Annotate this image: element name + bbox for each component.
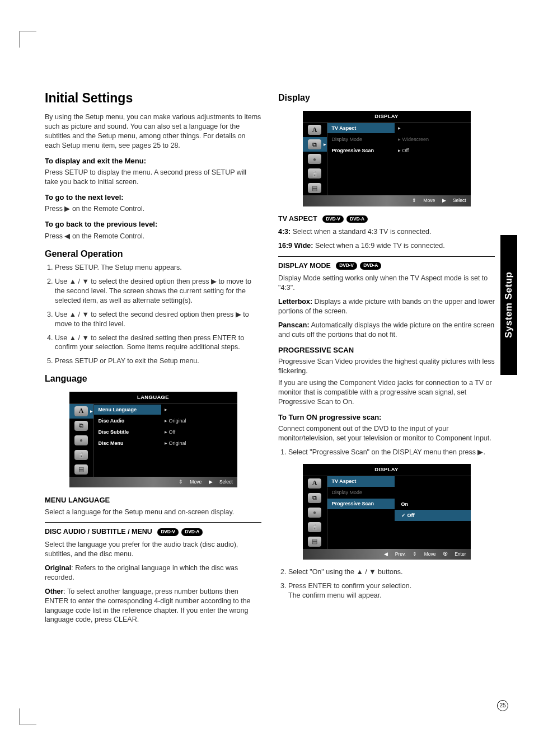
progressive-scan-menu-screenshot: DISPLAY TV Aspect Display Mode — [303, 464, 471, 560]
menu-sidebar-icons: ▶ — [303, 123, 327, 195]
menu-row-disc-audio: Disc Audio ▶Original — [94, 415, 237, 426]
value: ▶English — [161, 405, 191, 415]
disc-audio-subtitle-text: Select the language you prefer for the a… — [45, 540, 261, 559]
original-text: Original: Refers to the original languag… — [45, 564, 261, 583]
option-off: ✓Off — [395, 510, 471, 521]
page-number: 25 — [497, 700, 508, 711]
hint-select: ▶ Select — [209, 479, 233, 485]
display-heading: Display — [278, 92, 495, 104]
audio-tab-icon — [303, 152, 327, 166]
badge-dvd-a: DVD-A — [181, 528, 203, 536]
hint-enter: ⦿ Enter — [443, 551, 466, 557]
letterbox-text: Letterbox: Displays a wide picture with … — [278, 297, 495, 316]
menu-row-display-mode: Display Mode ▶Widescreen — [327, 134, 471, 145]
menu-row-disc-subtitle: Disc Subtitle ▶Off — [94, 426, 237, 438]
right-column: Display DISPLAY ▶ TV Aspect ▶16 : 9 — [278, 90, 495, 629]
menu-sidebar-icons — [303, 476, 327, 549]
menu-row-display-mode: Display Mode — [327, 487, 395, 499]
display-mode-heading: DISPLAY MODE DVD-V DVD-A — [278, 261, 495, 271]
intro-paragraph: By using the Setup menu, you can make va… — [45, 112, 261, 151]
display-tab-icon — [303, 491, 327, 505]
tv-aspect-169: 16:9 Wide: Select when a 16:9 wide TV is… — [278, 241, 495, 251]
step-5: Press SETUP or PLAY to exit the Setup me… — [55, 356, 261, 366]
heading-next-level: To go to the next level: — [45, 192, 261, 203]
menu-row-tv-aspect: TV Aspect ▶16 : 9 — [327, 123, 471, 134]
disc-audio-subtitle-heading: DISC AUDIO / SUBTITLE / MENU DVD-V DVD-A — [45, 527, 261, 537]
badge-dvd-v: DVD-V — [157, 528, 178, 536]
badge-dvd-a: DVD-A — [360, 262, 381, 269]
other-text: Other: To select another language, press… — [45, 587, 261, 625]
badge-dvd-v: DVD-V — [336, 262, 357, 269]
progressive-scan-text1: Progressive Scan Video provides the high… — [278, 357, 495, 376]
menu-hint-bar: ⇕ Move ▶ Select — [303, 195, 471, 206]
language-tab-icon — [303, 476, 327, 491]
progressive-scan-steps-1: Select "Progressive Scan" on the DISPLAY… — [288, 448, 495, 457]
menu-language-heading: MENU LANGUAGE — [45, 495, 261, 505]
menu-title: DISPLAY — [303, 464, 471, 476]
menu-row-menu-language: Menu Language ▶English — [94, 404, 237, 415]
lock-tab-icon — [303, 166, 327, 181]
text-next-level: Press ▶ on the Remote Control. — [45, 204, 261, 214]
label: Disc Audio — [94, 416, 161, 426]
language-tab-icon — [303, 123, 327, 137]
left-column: Initial Settings By using the Setup menu… — [45, 90, 261, 629]
submenu-options: On ✓Off — [395, 476, 471, 549]
display-tab-icon: ▶ — [303, 137, 327, 152]
others-tab-icon — [303, 534, 327, 549]
heading-display-exit: To display and exit the Menu: — [45, 156, 261, 166]
label: Menu Language — [94, 405, 161, 415]
progressive-scan-steps-2: Select "On" using the ▲ / ▼ buttons. Pre… — [288, 567, 495, 600]
label: TV Aspect — [327, 123, 395, 133]
label: Disc Menu — [94, 438, 161, 448]
prog-step-1: Select "Progressive Scan" on the DISPLAY… — [288, 448, 495, 457]
value: ▶Original — [161, 438, 190, 448]
value: ▶Original — [161, 416, 190, 426]
display-tab-icon — [69, 419, 93, 433]
language-tab-icon: ▶ — [69, 404, 93, 419]
others-tab-icon — [303, 181, 327, 195]
heading-previous-level: To go back to the previous level: — [45, 219, 261, 229]
menu-hint-bar: ◀ Prev. ⇕ Move ⦿ Enter — [303, 549, 471, 560]
menu-row-progressive-scan: Progressive Scan ▶Off — [327, 145, 471, 156]
panscan-text: Panscan: Automatically displays the wide… — [278, 321, 495, 340]
badge-dvd-v: DVD-V — [322, 215, 343, 223]
menu-title: LANGUAGE — [69, 392, 237, 403]
text-previous-level: Press ◀ on the Remote Control. — [45, 232, 261, 241]
value: ▶Off — [395, 145, 413, 156]
tv-aspect-heading: TV ASPECT DVD-V DVD-A — [278, 214, 495, 224]
display-menu-screenshot: DISPLAY ▶ TV Aspect ▶16 : 9 Display Mode — [303, 111, 471, 206]
step-2: Use ▲ / ▼ to select the desired option t… — [55, 277, 261, 306]
tv-aspect-43: 4:3: Select when a standard 4:3 TV is co… — [278, 227, 495, 237]
language-heading: Language — [45, 373, 261, 385]
progressive-scan-text2: If you are using the Component Video jac… — [278, 378, 495, 407]
menu-hint-bar: ⇕ Move ▶ Select — [69, 477, 237, 487]
menu-language-text: Select a language for the Setup menu and… — [45, 508, 261, 517]
menu-row-tv-aspect: TV Aspect — [327, 476, 395, 487]
prog-step-2: Select "On" using the ▲ / ▼ buttons. — [288, 567, 495, 577]
hint-move: ⇕ Move — [413, 551, 435, 557]
turn-on-text: Connect component out of the DVD to the … — [278, 424, 495, 443]
step-4: Use ▲ / ▼ to select the desired setting … — [55, 334, 261, 353]
badge-dvd-a: DVD-A — [346, 215, 368, 223]
lock-tab-icon — [69, 448, 93, 462]
section-side-tab: System Setup — [500, 235, 517, 375]
lock-tab-icon — [303, 520, 327, 534]
crop-mark-top-left — [20, 31, 36, 48]
audio-tab-icon — [69, 433, 93, 448]
hint-move: ⇕ Move — [412, 198, 435, 203]
menu-row-progressive-scan: Progressive Scan — [327, 499, 395, 510]
progressive-scan-heading: PROGRESSIVE SCAN — [278, 345, 495, 355]
hint-move: ⇕ Move — [179, 479, 202, 485]
text-display-exit: Press SETUP to display the menu. A secon… — [45, 168, 261, 187]
turn-on-heading: To Turn ON progressive scan: — [278, 412, 495, 422]
menu-sidebar-icons: ▶ — [69, 404, 94, 477]
label: Display Mode — [327, 134, 395, 144]
value: ▶Widescreen — [395, 134, 433, 144]
label: Disc Subtitle — [94, 427, 161, 437]
general-operation-heading: General Operation — [45, 248, 261, 260]
prog-step-3: Press ENTER to confirm your selection. T… — [288, 581, 495, 600]
page-title: Initial Settings — [45, 90, 261, 107]
display-mode-intro: Display Mode setting works only when the… — [278, 274, 495, 293]
menu-row-disc-menu: Disc Menu ▶Original — [94, 438, 237, 449]
value: ▶16 : 9 — [395, 123, 419, 133]
